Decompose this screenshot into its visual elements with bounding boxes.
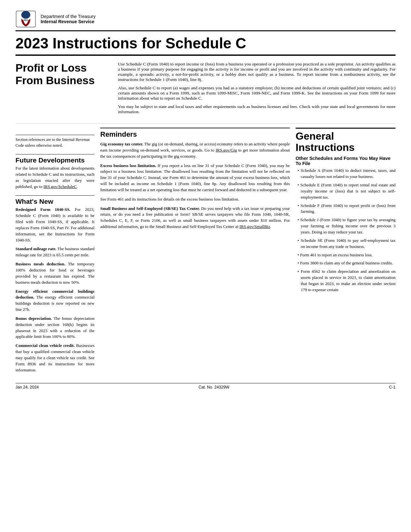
irs-gig-link[interactable]: IRS.gov/Gig bbox=[216, 148, 237, 153]
future-dev-title: Future Developments bbox=[15, 154, 94, 164]
svg-point-1 bbox=[21, 11, 30, 19]
irs-scheduleC-link[interactable]: IRS.gov/ScheduleC bbox=[44, 184, 77, 189]
page-title: 2023 Instructions for Schedule C bbox=[15, 34, 396, 56]
lower-section: Section references are to the Internal R… bbox=[15, 123, 396, 376]
right-column-top: Use Schedule C (Form 1040) to report inc… bbox=[118, 62, 396, 118]
section-ref: Section references are to the Internal R… bbox=[15, 135, 94, 148]
reminder-item: See Form 461 and its instructions for de… bbox=[100, 196, 290, 202]
page-footer: Jan 24, 2024 Cat. No. 24329W C-1 bbox=[15, 383, 396, 389]
page-header: IRS Department of the Treasury Internal … bbox=[15, 10, 396, 31]
bullet-item: • Form 4562 to claim depreciation and am… bbox=[296, 269, 396, 293]
future-dev-text: For the latest information about develop… bbox=[15, 165, 94, 190]
bullet-item: • Schedule J (Form 1040) to figure your … bbox=[296, 217, 396, 235]
reminder-item: Excess business loss limitation. If you … bbox=[100, 163, 290, 193]
intro-para-2: Also, use Schedule C to report (a) wages… bbox=[118, 85, 396, 101]
irs-logo-icon: IRS bbox=[15, 10, 36, 28]
dept-label: Department of the Treasury bbox=[41, 14, 95, 19]
whats-new-item: Standard mileage rate. The business stan… bbox=[15, 246, 94, 258]
whats-new-items: Redesigned Form 1040-SS. For 2023, Sched… bbox=[15, 207, 94, 373]
whats-new-item: Bonus depreciation. The bonus depreciati… bbox=[15, 316, 94, 340]
reminder-item: Small Business and Self-Employed (SB/SE)… bbox=[100, 206, 290, 230]
whats-new-item: Business meals deduction. The temporary … bbox=[15, 261, 94, 285]
irs-label: Internal Revenue Service bbox=[41, 19, 95, 24]
whats-new-item: Energy efficient commercial buildings de… bbox=[15, 289, 94, 313]
reminder-items: Gig economy tax center. The gig (or on-d… bbox=[100, 141, 290, 230]
bullet-item: • Schedule E (Form 1040) to report renta… bbox=[296, 182, 396, 201]
left-column-top: Profit or Loss From Business bbox=[15, 62, 109, 118]
whats-new-title: What's New bbox=[15, 195, 94, 205]
intro-para-1: Use Schedule C (Form 1040) to report inc… bbox=[118, 62, 396, 82]
svg-text:IRS: IRS bbox=[24, 19, 28, 22]
whats-new-item: Commercial clean vehicle credit. Busines… bbox=[15, 343, 94, 373]
bullet-item: • Schedule A (Form 1040) to deduct inter… bbox=[296, 168, 396, 180]
bullet-item: • Schedule F (Form 1040) to report profi… bbox=[296, 203, 396, 215]
footer-page: C-1 bbox=[389, 385, 396, 389]
other-schedules-title: Other Schedules and Forms You May Have T… bbox=[296, 156, 396, 166]
general-instructions-title: GeneralInstructions bbox=[296, 128, 396, 153]
col-left: Section references are to the Internal R… bbox=[15, 128, 94, 376]
footer-date: Jan 24, 2024 bbox=[15, 385, 39, 389]
whats-new-item: Redesigned Form 1040-SS. For 2023, Sched… bbox=[15, 207, 94, 243]
header-text: Department of the Treasury Internal Reve… bbox=[41, 14, 95, 24]
col-right: GeneralInstructions Other Schedules and … bbox=[296, 128, 396, 376]
bullet-item: • Form 3800 to claim any of the general … bbox=[296, 260, 396, 266]
footer-cat: Cat. No. 24329W bbox=[199, 385, 230, 389]
bullet-item: • Form 461 to report an excess business … bbox=[296, 252, 396, 258]
bullet-items: • Schedule A (Form 1040) to deduct inter… bbox=[296, 168, 396, 293]
irs-smallbiz-link[interactable]: IRS.gov/SmallBiz bbox=[240, 224, 270, 229]
bullet-item: • Schedule SE (Form 1040) to pay self-em… bbox=[296, 238, 396, 250]
intro-para-3: You may be subject to state and local ta… bbox=[118, 104, 396, 114]
reminders-title: Reminders bbox=[100, 128, 290, 139]
profit-loss-title: Profit or Loss From Business bbox=[15, 62, 109, 87]
col-mid: Reminders Gig economy tax center. The gi… bbox=[100, 128, 290, 376]
top-section: Profit or Loss From Business Use Schedul… bbox=[15, 62, 396, 118]
reminder-item: Gig economy tax center. The gig (or on-d… bbox=[100, 141, 290, 160]
